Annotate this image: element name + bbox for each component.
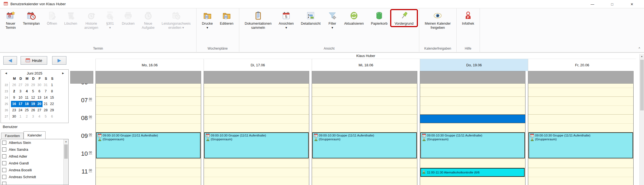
ribbon-button-vordergrund[interactable]: Vordergrund — [391, 10, 417, 26]
mini-calendar-day[interactable]: 10 — [17, 95, 24, 101]
ribbon-button-papierkorb[interactable]: Papierkorb — [367, 10, 391, 26]
mini-calendar-day[interactable]: 27 — [17, 82, 24, 88]
appointment-group[interactable]: 09:00-10:30 Gruppe (11/11 Aufenthalte)(G… — [420, 132, 525, 158]
day-column-mo-16-06[interactable]: 09:00-10:30 Gruppe (11/11 Aufenthalte)(G… — [95, 84, 201, 185]
mini-calendar-day[interactable]: 6 — [36, 88, 43, 95]
mini-calendar-day[interactable]: 22 — [49, 101, 55, 107]
mini-calendar-day[interactable]: 24 — [17, 107, 24, 113]
mini-calendar-day[interactable]: 3 — [30, 113, 36, 120]
user-checkbox[interactable] — [2, 154, 6, 158]
mini-calendar-day[interactable]: 21 — [43, 101, 49, 107]
user-checkbox[interactable] — [2, 175, 6, 179]
ribbon-button-loeschen[interactable]: Löschen — [61, 10, 81, 26]
ribbon-button-neue-aufgabe[interactable]: NeueAufgabe — [138, 10, 158, 30]
ribbon-button-dokumentationen-sammeln[interactable]: Dokumentationensammeln — [241, 10, 275, 30]
mini-calendar-day[interactable]: 16 — [11, 101, 17, 107]
ribbon-button-filter[interactable]: Filter▾ — [324, 10, 341, 30]
ribbon-button-historie-anzeigen[interactable]: Historieanzeigen — [81, 10, 102, 30]
ribbon-button-terminplan[interactable]: Terminplan — [19, 10, 43, 26]
minimize-button[interactable]: — — [583, 0, 602, 8]
mini-calendar-day[interactable]: 29 — [49, 107, 55, 113]
mini-calendar-day[interactable]: 4 — [36, 113, 43, 120]
next-week-button[interactable]: ▶ — [52, 56, 66, 65]
user-checkbox[interactable] — [2, 168, 6, 172]
ribbon-button-leistungsnachweis-erstellen[interactable]: Leistungsnachweiserstellen ▾ — [158, 10, 194, 30]
day-header-do-19-06[interactable]: Do, 19.06 — [420, 59, 528, 71]
user-list-item[interactable]: Alex Sandra — [1, 146, 68, 153]
calendar-scrollbar[interactable]: ▲ — [639, 54, 644, 185]
ribbon-button-detailansicht[interactable]: Detailansicht — [297, 10, 324, 26]
ribbon-button-infothek[interactable]: PInfothek — [459, 10, 478, 26]
mini-calendar-day-today[interactable]: 19 — [30, 101, 36, 107]
scroll-up-icon[interactable]: ▲ — [64, 139, 68, 144]
ribbon-button-meinen-kalender-freigeben[interactable]: Meinen Kalenderfreigeben — [421, 10, 454, 30]
ribbon-button-drucken[interactable]: Drucken — [118, 10, 138, 26]
appointment-group[interactable]: 09:00-10:30 Gruppe (11/11 Aufenthalte)(G… — [312, 132, 417, 158]
user-list-item[interactable] — [1, 180, 68, 185]
mini-calendar-day[interactable]: 2 — [24, 113, 30, 120]
ribbon-button-drucke[interactable]: Drucke▾ — [198, 10, 216, 30]
calendar-scrollbar-thumb[interactable] — [640, 60, 644, 110]
mini-calendar-day[interactable]: 11 — [24, 95, 30, 101]
mini-calendar-day[interactable]: 27 — [36, 107, 43, 113]
mini-calendar-day[interactable]: 2 — [11, 88, 17, 95]
mini-calendar-day[interactable]: 17 — [17, 101, 24, 107]
user-list-item[interactable]: Albertus Stein — [1, 139, 68, 146]
user-list-scrollbar[interactable]: ▲ — [63, 139, 68, 185]
mini-calendar-day[interactable]: 12 — [30, 95, 36, 101]
user-checkbox[interactable] — [2, 147, 6, 152]
day-header-di-17-06[interactable]: Di, 17.06 — [204, 59, 312, 71]
selected-time-slot[interactable] — [420, 115, 525, 123]
mini-calendar-day[interactable]: 30 — [11, 113, 17, 120]
mini-calendar-day[interactable]: 1 — [49, 82, 55, 88]
appointment-group[interactable]: 09:00-10:30 Gruppe (11/11 Aufenthalte)(G… — [528, 132, 633, 158]
mini-calendar-day[interactable]: 26 — [30, 107, 36, 113]
mini-calendar-day[interactable]: 1 — [17, 113, 24, 120]
mini-calendar-day[interactable]: 15 — [49, 95, 55, 101]
close-button[interactable]: ✕ — [622, 0, 642, 8]
mini-calendar-day[interactable]: 6 — [49, 113, 55, 120]
user-checkbox[interactable] — [2, 182, 6, 185]
mini-calendar-day[interactable]: 23 — [11, 107, 17, 113]
day-header-mi-18-06[interactable]: Mi, 18.06 — [312, 59, 420, 71]
mini-calendar-day[interactable]: 28 — [24, 82, 30, 88]
today-button[interactable]: Heute — [21, 56, 47, 65]
mini-calendar-prev-icon[interactable]: ◀ — [2, 70, 10, 77]
mini-calendar-day[interactable]: 20 — [36, 101, 43, 107]
user-list-item[interactable]: André Gandl — [1, 160, 68, 167]
mini-calendar-day[interactable]: 30 — [36, 82, 43, 88]
day-header-mo-16-06[interactable]: Mo, 16.06 — [95, 59, 204, 71]
user-checkbox[interactable] — [2, 141, 6, 145]
user-checkbox[interactable] — [2, 161, 6, 165]
maximize-button[interactable]: □ — [602, 0, 622, 8]
ribbon-collapse-icon[interactable]: ^ — [639, 47, 640, 50]
day-column-do-19-06[interactable]: 09:00-10:30 Gruppe (11/11 Aufenthalte)(G… — [420, 84, 525, 185]
mini-calendar-day[interactable]: 18 — [24, 101, 30, 107]
user-list-scrollbar-thumb[interactable] — [64, 144, 68, 159]
mini-calendar-day[interactable]: 7 — [43, 88, 49, 95]
mini-calendar-day[interactable]: 13 — [36, 95, 43, 101]
mini-calendar-day[interactable]: 9 — [11, 95, 17, 101]
ribbon-button-s301[interactable]: §301§301▾ — [102, 10, 118, 30]
mini-calendar-day[interactable]: 28 — [43, 107, 49, 113]
day-header-fr-20-06[interactable]: Fr, 20.06 — [528, 59, 636, 71]
day-column-di-17-06[interactable]: 09:00-10:30 Gruppe (11/11 Aufenthalte)(G… — [204, 84, 309, 185]
ribbon-button-editieren[interactable]: Editieren — [216, 10, 237, 26]
appointment-group[interactable]: 09:00-10:30 Gruppe (11/11 Aufenthalte)(G… — [96, 132, 201, 158]
tab-favoriten[interactable]: Favoriten — [1, 133, 24, 139]
user-list-item[interactable]: Andrea Bocelli — [1, 167, 68, 173]
scroll-up-icon[interactable]: ▲ — [640, 54, 644, 59]
mini-calendar-day[interactable]: 29 — [30, 82, 36, 88]
day-column-mi-18-06[interactable]: 09:00-10:30 Gruppe (11/11 Aufenthalte)(G… — [312, 84, 417, 185]
appointment-control[interactable]: 11:00-11:30 Atemalkoholkontrolle (6/6 — [420, 168, 525, 177]
mini-calendar-day[interactable]: 5 — [43, 113, 49, 120]
user-list-item[interactable]: Alfred Adler — [1, 153, 68, 160]
day-column-fr-20-06[interactable]: 09:00-10:30 Gruppe (11/11 Aufenthalte)(G… — [528, 84, 634, 185]
mini-calendar-day[interactable]: 3 — [17, 88, 24, 95]
ribbon-button-neuer-termin[interactable]: NeuerTermin — [2, 10, 19, 30]
mini-calendar-day[interactable]: 4 — [24, 88, 30, 95]
appointment-group[interactable]: 09:00-10:30 Gruppe (11/11 Aufenthalte)(G… — [204, 132, 309, 158]
mini-calendar-day[interactable]: 14 — [43, 95, 49, 101]
mini-calendar-next-icon[interactable]: ▶ — [59, 70, 67, 77]
mini-calendar-day[interactable]: 25 — [24, 107, 30, 113]
